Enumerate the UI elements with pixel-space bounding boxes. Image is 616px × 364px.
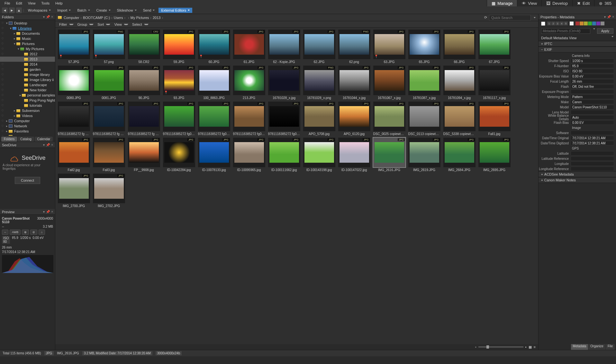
preview-btn[interactable]: ⊕ bbox=[22, 230, 29, 235]
filter-group[interactable]: Group bbox=[76, 22, 95, 27]
thumbnail[interactable]: JPG16781117_x.jpg bbox=[478, 66, 511, 100]
thumbnail[interactable]: JPG16781087_x.jpg bbox=[408, 66, 441, 100]
toolbar-import[interactable]: Import bbox=[55, 8, 73, 13]
meta-value[interactable]: 0.00 eV bbox=[571, 74, 614, 78]
zoom-out-icon[interactable]: ▫ bbox=[475, 345, 476, 349]
thumbnail[interactable]: JPGIMG_2619.JPG bbox=[408, 138, 441, 172]
thumbnail[interactable]: JPG16781067_x.jpg bbox=[373, 66, 406, 100]
tree-item[interactable]: ♡▾Pictures bbox=[0, 41, 55, 46]
meta-value[interactable]: 1/200 s bbox=[571, 59, 614, 63]
thumbnail[interactable]: JPGID-10078133.jpg bbox=[197, 138, 231, 172]
toolbar-send[interactable]: Send bbox=[140, 8, 158, 13]
breadcrumb-seg[interactable]: Computer › bbox=[64, 16, 82, 20]
thumbnail[interactable]: JPGDSC_0113 copiewtmk.jpg bbox=[408, 102, 441, 136]
tab-folders[interactable]: Folders bbox=[1, 137, 17, 141]
preview-btn[interactable]: ⊘ bbox=[30, 230, 37, 235]
thumbnail[interactable]: JPG65.JPG bbox=[408, 30, 441, 64]
thumbnail[interactable]: JPG📍60.JPG bbox=[197, 30, 231, 64]
section-canon[interactable]: +Canon Maker Notes bbox=[539, 177, 616, 183]
tree-item[interactable]: ♡garden bbox=[0, 67, 55, 72]
connect-button[interactable]: Connect bbox=[15, 177, 40, 184]
mode-edit[interactable]: ✖Edit bbox=[572, 0, 594, 6]
rating-4[interactable]: 4 bbox=[560, 22, 564, 25]
mode-view[interactable]: 👁View bbox=[517, 0, 541, 6]
menu-edit[interactable]: Edit bbox=[14, 1, 25, 6]
clear-rating[interactable] bbox=[570, 22, 574, 25]
thumbnail[interactable]: JPG59.JPG bbox=[162, 30, 195, 64]
thumbnail[interactable]: JPG16781094_x.jpg bbox=[443, 66, 476, 100]
tree-item[interactable]: ♡image library bbox=[0, 72, 55, 77]
tree-item[interactable]: ♡New folder bbox=[0, 87, 55, 93]
thumbnail[interactable]: JPGID-100147022.jpg bbox=[338, 138, 371, 172]
folder-icon[interactable] bbox=[58, 16, 62, 20]
panel-menu-icon[interactable]: ▾ bbox=[43, 15, 45, 19]
meta-value[interactable] bbox=[571, 89, 614, 94]
tree-item[interactable]: ♡▸Music bbox=[0, 36, 55, 41]
thumbnail[interactable]: JPGFall2.jpg bbox=[57, 138, 90, 172]
breadcrumb-seg[interactable]: BOOTCAMP (C:) › bbox=[83, 16, 113, 20]
meta-value[interactable]: 0.00 EV bbox=[571, 120, 614, 125]
nav-back[interactable]: ◄ bbox=[2, 7, 8, 13]
tree-item[interactable]: ♡▸Computer bbox=[0, 118, 55, 123]
meta-value[interactable]: Canon bbox=[571, 100, 614, 104]
toolbar-slideshow[interactable]: Slideshow bbox=[114, 8, 139, 13]
thumbnail[interactable]: JPG9781118385272 fg Online ... bbox=[127, 102, 160, 136]
breadcrumb-seg[interactable]: 2013 › bbox=[153, 16, 163, 20]
color-label[interactable] bbox=[584, 22, 588, 25]
thumbnail[interactable]: CR258.CR2 bbox=[127, 30, 160, 64]
tab-calendar[interactable]: Calendar bbox=[35, 137, 53, 141]
thumbnail[interactable]: JPGIMG_2684.JPG bbox=[443, 138, 476, 172]
tree-item[interactable]: ♡Image Library ii bbox=[0, 77, 55, 82]
tree-item[interactable]: ♡▾Desktop bbox=[0, 21, 55, 26]
thumbnail-grid[interactable]: JPG📍57.JPGPNG📍57.pngCR258.CR2JPG59.JPGJP… bbox=[55, 28, 538, 344]
thumbnail[interactable]: PNG62.png bbox=[338, 30, 371, 64]
toolbar-workspaces[interactable]: Workspaces bbox=[25, 8, 53, 13]
preview-btn[interactable]: AWB bbox=[10, 230, 21, 235]
rating-2[interactable]: 2 bbox=[551, 22, 555, 25]
tree-item[interactable]: ♡Ping Pong Night bbox=[0, 98, 55, 103]
filter-filter[interactable]: Filter bbox=[58, 22, 75, 27]
thumbnail[interactable]: JPGID-10042284.jpg bbox=[162, 138, 195, 172]
section-exif[interactable]: −EXIF bbox=[539, 47, 616, 52]
menu-file[interactable]: File bbox=[2, 1, 13, 6]
section-acdsee[interactable]: +ACDSee Metadata bbox=[539, 171, 616, 177]
breadcrumb-seg[interactable]: Users › bbox=[114, 16, 125, 20]
thumbnail[interactable]: JPG9781118385272 fg0312.jpg bbox=[267, 102, 301, 136]
preview-btn[interactable]: ⌂ bbox=[39, 230, 45, 235]
zoom-in-icon[interactable]: ▪ bbox=[525, 345, 527, 349]
rating-3[interactable]: 3 bbox=[556, 22, 559, 25]
tree-item[interactable]: ♡▸Subversion bbox=[0, 108, 55, 113]
tree-item[interactable]: ♡▸Network bbox=[0, 123, 55, 129]
thumbnail[interactable]: JPG0081.JPG bbox=[92, 66, 125, 100]
folder-tree[interactable]: ♡▾Desktop♡▾Libraries♡▸Documents♡▸Music♡▾… bbox=[0, 20, 55, 136]
grid-view-icon[interactable]: ▦ bbox=[529, 345, 532, 349]
nav-up[interactable]: ▲ bbox=[16, 7, 22, 13]
filter-select[interactable]: Select bbox=[131, 22, 150, 27]
props-tab-metadata[interactable]: Metadata bbox=[571, 344, 588, 350]
meta-value[interactable] bbox=[571, 151, 614, 156]
thumbnail[interactable]: JPGIMG_2702.JPG bbox=[92, 174, 125, 208]
meta-value[interactable] bbox=[571, 156, 614, 161]
thumbnail[interactable]: JPGAPO_5708.jpg bbox=[303, 102, 336, 136]
meta-value[interactable]: f/5.9 bbox=[571, 64, 614, 68]
color-label[interactable] bbox=[588, 22, 592, 25]
thumbnail[interactable]: JPG90.JPG bbox=[127, 66, 160, 100]
meta-value[interactable]: 7/17/2014 12:38:21 AM bbox=[571, 136, 614, 140]
apply-button[interactable]: Apply bbox=[597, 28, 613, 34]
metadata-view-selector[interactable]: Default Metadata View bbox=[539, 35, 616, 41]
thumbnail[interactable]: JPGID-100111662.jpg bbox=[267, 138, 301, 172]
menu-view[interactable]: View bbox=[25, 1, 38, 6]
thumbnail[interactable]: JPG62.JPG bbox=[303, 30, 336, 64]
meta-value[interactable] bbox=[571, 131, 614, 135]
mode-365[interactable]: ⊛365 bbox=[594, 0, 616, 6]
filter-view[interactable]: View bbox=[113, 22, 130, 27]
props-tab-organize[interactable]: Organize bbox=[588, 344, 605, 350]
color-label[interactable] bbox=[575, 22, 579, 25]
meta-value[interactable]: 7/17/2014 12:38:21 AM bbox=[571, 141, 614, 145]
tab-catalog[interactable]: Catalog bbox=[18, 137, 34, 141]
external-editors-menu[interactable]: External Editors bbox=[159, 8, 192, 13]
thumbnail[interactable]: JPGIMG_2616.JPG bbox=[373, 138, 406, 172]
thumbnail[interactable]: JPG16781044_x.jpg bbox=[338, 66, 371, 100]
thumbnail[interactable]: JPG9781118385272 fg0206.jpg bbox=[162, 102, 195, 136]
tree-item[interactable]: ♡tutorials bbox=[0, 103, 55, 108]
